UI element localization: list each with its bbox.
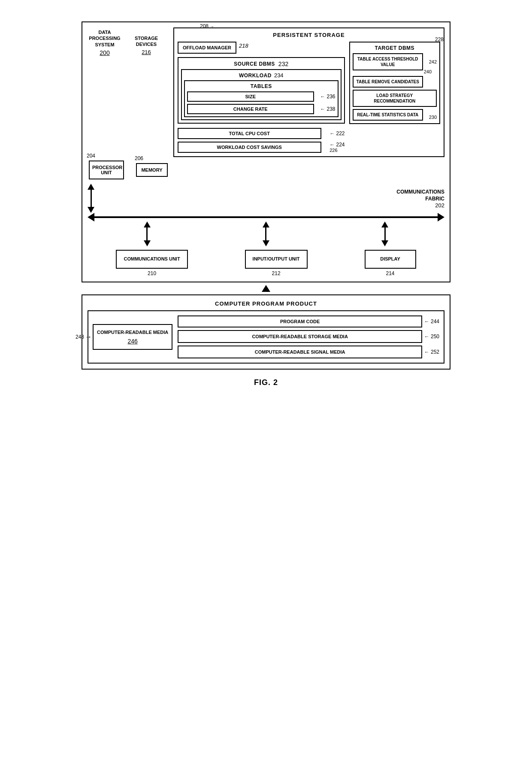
proc-memory-row: 204 PROCESSOR UNIT 206 MEMORY [88, 161, 444, 179]
cr-storage-num: ← 250 [424, 334, 439, 340]
display-box: DISPLAY [365, 250, 416, 268]
cr-ref: ← 238 [320, 106, 335, 112]
outer-system-box: DATAPROCESSINGSYSTEM 200 STORAGEDEVICES … [82, 21, 450, 282]
sd-label-absolute: STORAGEDEVICES 216 [127, 35, 165, 56]
size-wrapper: SIZE ← 236 [187, 91, 336, 102]
crm-label: COMPUTER-READABLE MEDIA [97, 329, 168, 336]
arrow-down-1 [88, 207, 94, 213]
offload-box: OFFLOAD MANAGER [178, 42, 236, 54]
wcs-wrapper: WORKLOAD COST SAVINGS ← 224 226 [178, 142, 345, 153]
offload-num-inline: 218 [239, 42, 248, 49]
workload-title-row: WORKLOAD 234 [184, 72, 339, 79]
down-arrow-1 [144, 221, 151, 246]
source-dbms-lbl: SOURCE DBMS [234, 61, 275, 67]
size-ref: ← 236 [320, 94, 335, 100]
ps-right-content: 228 TARGET DBMS TABLE ACCESS THRESHOLD V… [349, 42, 440, 124]
realtime-inner: REAL-TIME STATISTICS DATA [353, 109, 423, 121]
comms-unit-box: COMMUNICATIONS UNIT [116, 250, 187, 268]
das-3 [384, 227, 386, 240]
table-remove-wrapper: 240 TABLE REMOVE CANDIDATES [353, 73, 437, 88]
ps-title-inside: PERSISTENT STORAGE [178, 32, 440, 38]
full-diagram: DATAPROCESSINGSYSTEM 200 STORAGEDEVICES … [82, 21, 450, 387]
io-unit-num: 212 [272, 270, 281, 276]
tables-inner: TABLES SIZE ← 236 [184, 80, 339, 117]
sd-text: STORAGEDEVICES [127, 35, 165, 48]
ps-left-content: OFFLOAD MANAGER 218 SOURCE DBMS 232 [178, 42, 345, 153]
source-dbms-n: 232 [278, 61, 288, 67]
dad-2 [263, 240, 269, 246]
fig-2-label: FIG. 2 [82, 378, 450, 387]
das-1 [146, 227, 148, 240]
proc-box: PROCESSOR UNIT [89, 161, 124, 179]
crm-box: COMPUTER-READABLE MEDIA 246 [93, 324, 172, 349]
change-rate-inner-box: CHANGE RATE [187, 104, 314, 114]
units-row: COMMUNICATIONS UNIT 210 INPUT/OUTPUT UNI… [88, 250, 444, 276]
down-arrow-3 [381, 221, 388, 246]
up-arrow-head [262, 285, 270, 292]
io-unit-col: INPUT/OUTPUT UNIT 212 [245, 250, 308, 276]
cf-lbl: COMMUNICATIONSFABRIC [396, 189, 444, 202]
prog-code-box: PROGRAM CODE [178, 315, 422, 327]
ref-240: 240 [424, 69, 432, 74]
comms-unit-col: COMMUNICATIONS UNIT 210 [116, 250, 187, 276]
offload-row: OFFLOAD MANAGER 218 [178, 42, 345, 54]
comms-fabric-right: COMMUNICATIONSFABRIC 202 [396, 189, 444, 209]
dps-text: DATAPROCESSINGSYSTEM [86, 29, 124, 48]
dau-1 [144, 221, 151, 227]
shaft-1 [91, 190, 92, 207]
cpp-content-row: COMPUTER-READABLE MEDIA 246 PROGRAM CODE… [93, 315, 439, 359]
io-unit-box: INPUT/OUTPUT UNIT [245, 250, 308, 268]
ps-outer-box: PERSISTENT STORAGE OFFLOAD MANAGER 218 [173, 27, 444, 157]
memory-num-label: 206 [135, 155, 143, 161]
wcs-ref: ← 224 226 [329, 142, 345, 153]
target-dbms-lbl: TARGET DBMS [353, 45, 437, 51]
target-dbms-inner: TARGET DBMS TABLE ACCESS THRESHOLD VALUE… [349, 42, 440, 124]
h-arrow-right [438, 213, 444, 221]
load-strategy-inner: LOAD STRATEGY RECOMMENDATION [353, 90, 437, 107]
display-col: DISPLAY 214 [365, 250, 416, 276]
h-arrow-left [88, 213, 94, 221]
source-dbms-title-row: SOURCE DBMS 232 [181, 61, 342, 67]
dps-num: 200 [86, 49, 124, 57]
cpp-inner-box: 248 → COMPUTER-READABLE MEDIA 246 PROGRA… [88, 310, 444, 364]
proc-num-label: 204 [87, 153, 95, 159]
cpp-outer-num: 248 → [76, 333, 92, 341]
cpp-right: PROGRAM CODE ← 244 COMPUTER-READABLE STO… [178, 315, 439, 359]
between-diagrams-arrow [82, 285, 450, 292]
ps-region: 208 → PERSISTENT STORAGE OFFLOAD MANAGER [173, 27, 444, 157]
dad-3 [381, 240, 388, 246]
cpp-outer-box: COMPUTER PROGRAM PRODUCT 248 → COMPUTER-… [82, 294, 450, 370]
total-cpu-wrapper: TOTAL CPU COST ← 222 [178, 128, 345, 139]
realtime-wrapper: REAL-TIME STATISTICS DATA 230 [353, 109, 437, 121]
dps-label-absolute: DATAPROCESSINGSYSTEM 200 [86, 29, 124, 57]
cr-signal-wrapper: COMPUTER-READABLE SIGNAL MEDIA ← 252 [178, 346, 439, 358]
arrow-up-1 [88, 184, 94, 190]
dau-3 [381, 221, 388, 227]
cr-storage-wrapper: COMPUTER-READABLE STORAGE MEDIA ← 250 [178, 330, 439, 343]
table-access-inner: TABLE ACCESS THRESHOLD VALUE [353, 53, 423, 70]
cpp-title: COMPUTER PROGRAM PRODUCT [88, 300, 444, 307]
comms-unit-num: 210 [148, 270, 156, 276]
source-dbms-inner: SOURCE DBMS 232 WORKLOAD 234 [178, 57, 345, 124]
prog-code-num: ← 244 [424, 318, 439, 324]
ps-two-col: OFFLOAD MANAGER 218 SOURCE DBMS 232 [178, 42, 440, 153]
wcs-inner: WORKLOAD COST SAVINGS [178, 142, 321, 153]
dad-1 [144, 240, 151, 246]
tables-lbl: TABLES [187, 83, 336, 89]
table-access-n: 242 [429, 59, 437, 64]
cr-signal-num: ← 252 [424, 349, 439, 355]
table-remove-inner: TABLE REMOVE CANDIDATES [353, 76, 423, 88]
target-num-label: 228 [435, 36, 444, 42]
cr-signal-box: COMPUTER-READABLE SIGNAL MEDIA [178, 346, 422, 358]
table-access-wrapper: TABLE ACCESS THRESHOLD VALUE 242 [353, 53, 437, 70]
realtime-n: 230 [429, 115, 437, 120]
cr-storage-box: COMPUTER-READABLE STORAGE MEDIA [178, 330, 422, 343]
down-arrow-2 [263, 221, 269, 246]
down-arrows-row [88, 221, 444, 246]
h-bar-area [88, 213, 444, 221]
sd-num: 216 [127, 49, 165, 56]
memory-area: 206 MEMORY [133, 163, 171, 177]
memory-box: MEMORY [136, 163, 167, 177]
proc-area: 204 PROCESSOR UNIT [88, 161, 125, 179]
h-shaft [94, 216, 438, 218]
